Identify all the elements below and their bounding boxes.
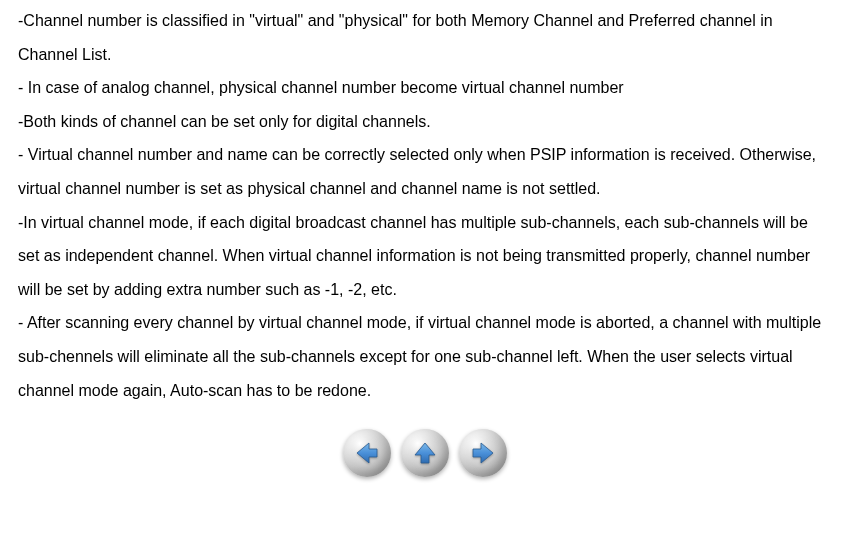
paragraph-5: -In virtual channel mode, if each digita… bbox=[18, 206, 831, 307]
paragraph-4: - Virtual channel number and name can be… bbox=[18, 138, 831, 205]
arrow-right-icon bbox=[467, 437, 499, 469]
up-sphere bbox=[401, 429, 449, 477]
arrow-up-icon bbox=[409, 437, 441, 469]
forward-button[interactable] bbox=[457, 427, 509, 479]
back-sphere bbox=[343, 429, 391, 477]
forward-sphere bbox=[459, 429, 507, 477]
paragraph-2: - In case of analog channel, physical ch… bbox=[18, 71, 831, 105]
back-button[interactable] bbox=[341, 427, 393, 479]
arrow-left-icon bbox=[351, 437, 383, 469]
paragraph-3: -Both kinds of channel can be set only f… bbox=[18, 105, 831, 139]
paragraph-6: - After scanning every channel by virtua… bbox=[18, 306, 831, 407]
up-button[interactable] bbox=[399, 427, 451, 479]
paragraph-1: -Channel number is classified in "virtua… bbox=[18, 4, 831, 71]
navigation-buttons bbox=[18, 427, 831, 479]
document-content: -Channel number is classified in "virtua… bbox=[18, 4, 831, 407]
